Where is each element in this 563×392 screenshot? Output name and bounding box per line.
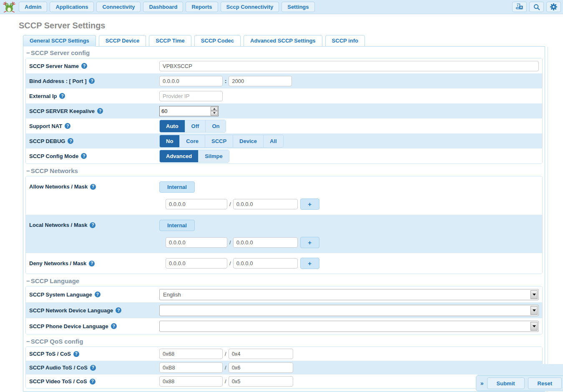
stepper-up-icon[interactable] [211, 107, 218, 111]
sccp-debug-option-no[interactable]: No [160, 135, 179, 147]
local-add-button[interactable]: + [300, 237, 319, 248]
field-label-text: SCCP Config Mode [29, 153, 78, 159]
frog-logo-icon[interactable] [2, 1, 16, 13]
collapse-icon[interactable]: − [26, 277, 30, 284]
collapse-icon[interactable]: − [26, 49, 30, 56]
audio-cos-input[interactable] [229, 362, 293, 373]
nav-item-connectivity[interactable]: Connectivity [96, 2, 141, 12]
gear-icon[interactable] [546, 2, 561, 12]
search-icon[interactable] [529, 2, 544, 12]
field-label-text: SCCP System Language [29, 291, 92, 298]
nav-item-reports[interactable]: Reports [186, 2, 218, 12]
tab-sccp-device[interactable]: SCCP Device [99, 35, 146, 47]
tab-advanced-sccp-settings[interactable]: Advanced SCCP Settings [244, 35, 322, 47]
submit-button[interactable]: Submit [487, 377, 525, 389]
help-icon[interactable]: ? [90, 379, 96, 384]
audio-tos-input[interactable] [159, 362, 223, 373]
sccp-debug-option-core[interactable]: Core [179, 135, 205, 147]
help-icon[interactable]: ? [81, 153, 87, 159]
deny-mask-input[interactable] [233, 258, 298, 269]
help-icon[interactable]: ? [68, 138, 73, 144]
keepalive-stepper[interactable] [159, 106, 219, 116]
bind-address-input[interactable] [159, 76, 223, 86]
help-icon[interactable]: ? [90, 184, 96, 190]
help-icon[interactable]: ? [89, 261, 95, 266]
support-nat-option-auto[interactable]: Auto [160, 120, 185, 132]
help-icon[interactable]: ? [89, 78, 95, 84]
help-icon[interactable]: ? [111, 323, 117, 329]
help-icon[interactable]: ? [95, 291, 101, 297]
network-device-language-select[interactable] [159, 305, 539, 316]
nav-item-dashboard[interactable]: Dashboard [143, 2, 183, 12]
allow-internal-button[interactable]: Internal [159, 181, 195, 193]
phone-device-language-select[interactable] [159, 321, 539, 332]
reset-button[interactable]: Reset [528, 377, 562, 389]
keepalive-input[interactable] [160, 106, 210, 116]
deny-add-button[interactable]: + [300, 258, 319, 269]
system-language-select[interactable]: English [159, 289, 539, 300]
server-name-input[interactable] [159, 61, 539, 71]
chevron-down-icon[interactable] [530, 322, 538, 331]
tab-sccp-time[interactable]: SCCP Time [149, 35, 191, 47]
help-icon[interactable]: ? [65, 123, 70, 129]
collapse-icon[interactable]: − [26, 338, 30, 345]
sccp-debug-option-all[interactable]: All [263, 135, 283, 147]
collapse-toolbar-icon[interactable]: » [480, 380, 484, 387]
field-label: Allow Networks / Mask ? [29, 183, 159, 190]
sccp-debug-option-sccp[interactable]: SCCP [205, 135, 233, 147]
bind-port-input[interactable] [229, 76, 292, 86]
help-icon[interactable]: ? [81, 63, 87, 69]
deny-network-input[interactable] [166, 258, 227, 269]
sccp-tos-input[interactable] [159, 349, 223, 359]
sccp-cos-input[interactable] [229, 349, 293, 359]
nav-item-settings[interactable]: Settings [282, 2, 314, 12]
fieldset-server-config: SCCP Server Name ? Bind Address : [ Port… [25, 58, 543, 164]
video-tos-input[interactable] [159, 376, 223, 387]
support-nat-option-off[interactable]: Off [185, 120, 206, 132]
field-label-text: Deny Networks / Mask [29, 260, 86, 266]
sccp-debug-option-device[interactable]: Device [233, 135, 263, 147]
stepper-down-icon[interactable] [211, 111, 218, 116]
field-label-text: SCCP Network Device Language [29, 307, 113, 314]
tab-sccp-info[interactable]: SCCP info [325, 35, 365, 47]
section-title-language: − SCCP Language [26, 277, 543, 284]
field-label: SCCP Server Name ? [29, 63, 159, 69]
tab-sccp-codec[interactable]: SCCP Codec [194, 35, 241, 47]
local-network-input[interactable] [166, 237, 227, 248]
video-cos-input[interactable] [229, 376, 293, 387]
row-sccp-server-name: SCCP Server Name ? [26, 58, 542, 73]
collapse-icon[interactable]: − [26, 167, 30, 174]
local-mask-input[interactable] [233, 237, 298, 248]
nav-item-sccp-connectivity[interactable]: Sccp Connectivity [221, 2, 279, 12]
allow-add-button[interactable]: + [300, 199, 319, 210]
allow-network-input[interactable] [166, 199, 227, 209]
support-nat-option-on[interactable]: On [205, 120, 226, 132]
field-label-text: SCCP Audio ToS / CoS [29, 364, 88, 371]
chevron-down-icon[interactable] [530, 306, 538, 315]
field-label-text: SCCP Video ToS / CoS [29, 378, 87, 384]
help-icon[interactable]: ? [116, 307, 121, 313]
nav-item-admin[interactable]: Admin [19, 2, 47, 12]
config-mode-option-silmpe[interactable]: Silmpe [198, 150, 229, 162]
footer-back-panel [477, 364, 563, 376]
row-support-nat: Support NAT ? Auto Off On [26, 118, 542, 133]
field-label: SCCP Config Mode ? [29, 153, 159, 159]
help-icon[interactable]: ? [97, 108, 103, 114]
help-icon[interactable]: ? [90, 222, 96, 228]
translate-icon[interactable]: A [512, 2, 527, 12]
help-icon[interactable]: ? [59, 93, 65, 99]
field-label: Bind Address : [ Port ] ? [29, 78, 159, 84]
help-icon[interactable]: ? [73, 351, 79, 357]
local-internal-button[interactable]: Internal [159, 220, 195, 231]
external-ip-input[interactable] [159, 91, 223, 101]
page-title: SCCP Server Settings [19, 21, 563, 30]
config-mode-option-advanced[interactable]: Advanced [160, 150, 198, 162]
fieldset-networks: Allow Networks / Mask ? Internal / + Loc… [25, 176, 543, 274]
tab-general-sccp-settings[interactable]: General SCCP Settings [23, 35, 96, 47]
main-content: SCCP Server Settings General SCCP Settin… [0, 21, 563, 392]
allow-mask-input[interactable] [233, 199, 298, 209]
nav-item-applications[interactable]: Applications [50, 2, 94, 12]
chevron-down-icon[interactable] [530, 290, 538, 299]
colon-separator: : [225, 78, 226, 84]
help-icon[interactable]: ? [90, 365, 96, 371]
